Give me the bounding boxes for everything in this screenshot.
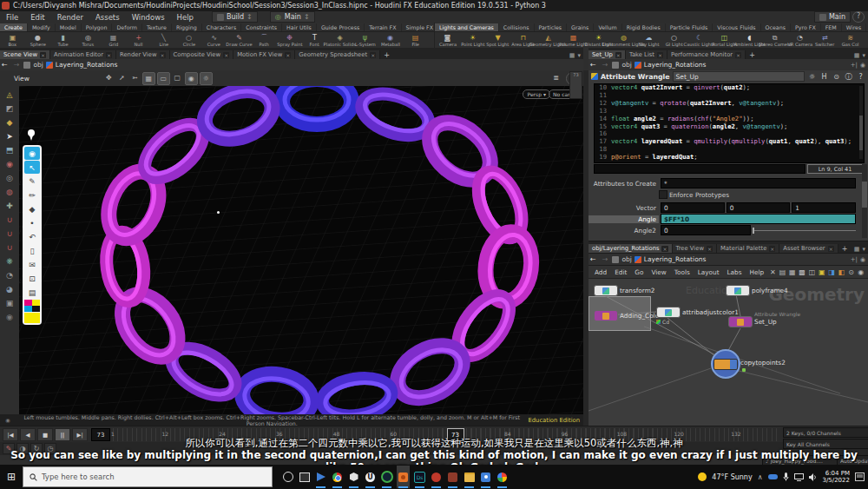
shelf-tool-box[interactable]: ▣Box bbox=[0, 32, 25, 49]
close-tab-icon[interactable]: × bbox=[370, 52, 376, 58]
display-icon[interactable] bbox=[794, 473, 804, 481]
pane-tab-take-list[interactable]: Take List× bbox=[626, 50, 667, 59]
pane-menu-icon[interactable]: ▾ bbox=[862, 52, 865, 59]
viewport-left-tool-15[interactable]: ▣ bbox=[3, 296, 16, 309]
speaker-icon[interactable] bbox=[809, 473, 818, 481]
shelf-tool-sphere[interactable]: ●Sphere bbox=[25, 32, 50, 49]
network-toolbar-icon-6[interactable]: ◨ bbox=[827, 268, 836, 277]
network-toolbar-icon-3[interactable]: ▩ bbox=[798, 268, 806, 277]
back-icon[interactable]: ← bbox=[589, 255, 598, 263]
microphone-icon[interactable] bbox=[783, 472, 789, 481]
viewport-left-tool-16[interactable]: ◉ bbox=[3, 310, 16, 323]
shelf-tool-path[interactable]: ⌒Path bbox=[252, 32, 277, 49]
shelf-tool-geometry-lights[interactable]: ◭Geometry Lights bbox=[536, 32, 561, 49]
breadcrumb-node[interactable]: Layering_Rotations bbox=[644, 255, 848, 263]
viewport-tool-icon-2[interactable]: ➳ bbox=[129, 72, 141, 83]
menu-help[interactable]: Help bbox=[171, 13, 200, 22]
menu-file[interactable]: File bbox=[0, 13, 24, 22]
taskbar-app-media-app[interactable] bbox=[446, 466, 459, 488]
add-pane-tab-button[interactable]: + bbox=[746, 51, 759, 59]
shelf-tab-oceans[interactable]: Oceans bbox=[761, 23, 791, 31]
scene-selector[interactable]: ◎ Main ↕ bbox=[270, 11, 315, 23]
pane-tab-performance-monitor[interactable]: Performance Monitor× bbox=[667, 50, 746, 59]
taskbar-app-substance-designer[interactable]: Ds bbox=[413, 466, 426, 488]
network-toolbar-icon-5[interactable]: ▣ bbox=[818, 268, 826, 277]
viewport-left-tool-12[interactable]: ❋ bbox=[3, 254, 16, 268]
camera-icon[interactable]: ◉ bbox=[860, 256, 865, 263]
add-pane-tab-button[interactable]: + bbox=[838, 245, 852, 253]
close-tab-icon[interactable]: × bbox=[285, 52, 291, 58]
pane-tab-geometry-spreadsheet[interactable]: Geometry Spreadsheet× bbox=[295, 50, 380, 59]
close-tab-icon[interactable]: × bbox=[106, 52, 112, 58]
taskbar-app-unreal-engine[interactable]: U bbox=[364, 466, 377, 488]
pane-layout-icon[interactable]: ▦ bbox=[569, 52, 575, 59]
network-tab-obj-layering-rotations[interactable]: obj/Layering_Rotations× bbox=[589, 244, 673, 253]
code-line-19[interactable]: 19p@orient = layeredQuat; bbox=[595, 154, 864, 162]
search-icon[interactable]: ⊙ bbox=[832, 73, 841, 81]
taskbar-app-teams[interactable] bbox=[479, 466, 492, 488]
shelf-tool-environment-lights[interactable]: ◍Environment Lights bbox=[611, 32, 636, 49]
camera-lock-icon[interactable]: ◉ bbox=[860, 62, 865, 69]
shelf-tab-characters[interactable]: Characters bbox=[202, 23, 241, 31]
shelf-tab-wires[interactable]: Wires bbox=[842, 23, 866, 31]
breadcrumb-root[interactable]: obj bbox=[621, 61, 631, 69]
network-toolbar-icon-8[interactable]: ⊙ bbox=[846, 268, 855, 277]
shelf-tool-metaball[interactable]: ◉Metaball bbox=[378, 32, 403, 49]
shelf-tab-model[interactable]: Model bbox=[56, 23, 82, 31]
shelf-tool-circle[interactable]: ○Circle bbox=[176, 32, 201, 49]
node-copytopoints2[interactable] bbox=[711, 349, 740, 379]
taskbar-app-task-view[interactable] bbox=[298, 466, 311, 488]
network-menu-view[interactable]: View bbox=[648, 268, 669, 276]
shelf-tool-camera[interactable]: ◙Camera bbox=[435, 32, 460, 49]
viewport-left-tool-1[interactable]: ◩ bbox=[3, 102, 16, 115]
eye-icon[interactable]: ◉ bbox=[24, 147, 40, 160]
shelf-tool-platonic-solids[interactable]: ◈Platonic Solids bbox=[327, 32, 352, 49]
code-line-17[interactable]: 17vector4 layeredQuat = qmultiply(qmulti… bbox=[595, 138, 864, 146]
network-menu-edit[interactable]: Edit bbox=[611, 268, 630, 276]
shelf-tool-spot-light[interactable]: ▼Spot Light bbox=[485, 32, 510, 49]
code-scrollbar[interactable] bbox=[859, 86, 863, 159]
code-line-15[interactable]: 15vector4 quat3 = quaternion(angle2, v@t… bbox=[595, 123, 864, 131]
viewport-left-tool-11[interactable]: ∪ bbox=[3, 241, 16, 254]
viewport-left-tool-13[interactable]: ◔ bbox=[3, 268, 16, 281]
network-menu-layout[interactable]: Layout bbox=[694, 268, 723, 276]
network-menu-go[interactable]: Go bbox=[631, 268, 647, 276]
shelf-tool-null[interactable]: +Null bbox=[126, 32, 151, 49]
viewport-left-tool-4[interactable]: ⬒ bbox=[3, 143, 16, 156]
shelf-tool-caustic-lights[interactable]: ☾Caustic Lights bbox=[687, 32, 712, 49]
close-tab-icon[interactable]: × bbox=[40, 52, 46, 58]
persp-selector[interactable]: Persp▾ bbox=[523, 89, 550, 99]
forward-icon[interactable]: → bbox=[601, 255, 610, 263]
clock[interactable]: 6:04 PM 3/5/2022 bbox=[823, 470, 850, 484]
globe-icon[interactable]: ◉ bbox=[0, 417, 16, 423]
shelf-tool-vr-camera[interactable]: ◔VR Camera bbox=[787, 32, 812, 49]
viewport-left-tool-9[interactable]: ∪ bbox=[3, 213, 16, 226]
menu-windows[interactable]: Windows bbox=[126, 13, 171, 22]
clipboard-icon[interactable]: ▤ bbox=[24, 286, 40, 299]
shelf-tool-point-light[interactable]: ☀Point Light bbox=[460, 32, 485, 49]
pane-menu-icon[interactable]: ▾ bbox=[577, 52, 581, 59]
close-tab-icon[interactable]: × bbox=[828, 246, 834, 252]
shelf-tab-viscous-fluids[interactable]: Viscous Fluids bbox=[713, 23, 760, 31]
close-tab-icon[interactable]: × bbox=[661, 246, 667, 252]
shelf-tool-switcher[interactable]: ⇄Switcher bbox=[812, 32, 838, 49]
node-set-up[interactable] bbox=[728, 316, 753, 327]
taskbar-app-file-explorer[interactable] bbox=[463, 466, 476, 488]
start-button[interactable]: ⊞ bbox=[0, 465, 23, 489]
shelf-tab-lights-and-cameras[interactable]: Lights and Cameras bbox=[435, 23, 499, 31]
shelf-tab-hair-utils[interactable]: Hair Utils bbox=[282, 23, 317, 31]
node-attribadjustcolor1[interactable] bbox=[656, 307, 681, 318]
shelf-tab-rigid-bodies[interactable]: Rigid Bodies bbox=[622, 23, 666, 31]
network-menu-add[interactable]: Add bbox=[591, 268, 610, 276]
back-icon[interactable]: ← bbox=[0, 61, 10, 69]
menu-render[interactable]: Render bbox=[51, 13, 89, 22]
size-dot-icon[interactable]: • bbox=[24, 216, 40, 229]
taskbar-app-houdini[interactable] bbox=[397, 466, 410, 488]
network-tab-tree-view[interactable]: Tree View× bbox=[673, 244, 717, 253]
shelf-tab-rigging[interactable]: Rigging bbox=[172, 23, 202, 31]
shelf-tool-grid[interactable]: ▦Grid bbox=[101, 32, 126, 49]
viewport-left-tool-3[interactable]: ➤ bbox=[3, 129, 16, 142]
breadcrumb-node[interactable]: Layering_Rotations bbox=[644, 61, 848, 69]
shelf-tool-file[interactable]: ▤File bbox=[403, 32, 428, 49]
node-name-field[interactable]: Set_Up bbox=[673, 71, 805, 82]
